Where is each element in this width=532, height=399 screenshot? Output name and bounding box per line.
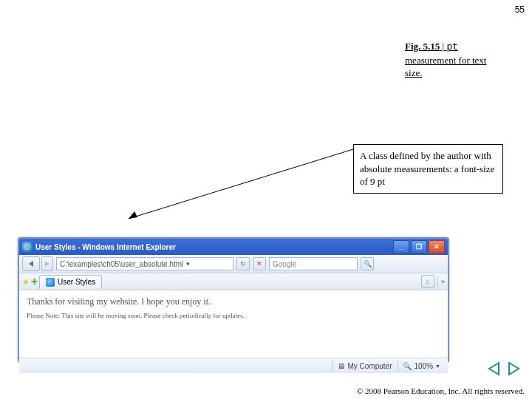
caption-fig: Fig. 5.15 [405,41,440,52]
stop-button[interactable]: ✕ [253,257,266,270]
back-button[interactable] [22,256,40,271]
prev-slide-button[interactable] [486,361,502,377]
svg-marker-4 [489,363,499,375]
search-icon: 🔍 [364,260,372,267]
svg-marker-1 [129,211,137,219]
content-line-2: Please Note: This site will be moving so… [27,312,440,319]
forward-button[interactable] [41,256,53,271]
titlebar: User Styles - Windows Internet Explorer … [19,239,448,255]
close-button[interactable]: ✕ [429,240,445,253]
next-slide-button[interactable] [505,361,522,377]
url-dropdown-icon: ▾ [186,260,190,267]
svg-marker-2 [29,261,33,267]
next-icon [506,361,521,376]
zoom-control[interactable]: 🔍 100% ▼ [398,360,445,372]
caption-rest: measurement for text size. [405,55,486,79]
search-field[interactable]: Google [269,257,358,270]
figure-caption: Fig. 5.15 | pt measurement for text size… [405,40,492,80]
tab-toolbar: ★ ✚ User Styles ⌂ » [19,273,448,290]
stop-icon: ✕ [256,260,262,267]
favorites-icon[interactable]: ★ [22,277,30,287]
slide-nav [486,361,522,377]
search-button[interactable]: 🔍 [361,257,374,270]
prev-icon [487,361,502,376]
caption-code: pt [446,41,458,52]
zone-label: My Computer [347,362,392,370]
zoom-value: 100% [414,362,433,370]
search-placeholder: Google [273,260,296,268]
maximize-button[interactable]: ❐ [411,240,427,253]
page-content: Thanks for visiting my website. I hope y… [19,290,448,358]
security-zone: 🖥 My Computer [332,360,396,372]
tab-label: User Styles [58,278,95,286]
toolbar-chevrons-icon[interactable]: » [441,278,445,285]
tab-favicon [46,278,55,287]
page-number: 55 [515,4,525,15]
callout-arrow [126,148,355,222]
back-icon [27,260,35,267]
svg-marker-5 [509,363,519,375]
window-title: User Styles - Windows Internet Explorer [35,243,393,251]
window-buttons: _ ❐ ✕ [393,240,445,253]
forward-icon [44,261,50,267]
status-bar: 🖥 My Computer 🔍 100% ▼ [19,358,448,373]
refresh-icon: ↻ [240,260,246,267]
home-icon: ⌂ [426,278,429,285]
computer-icon: 🖥 [338,362,345,370]
copyright: © 2008 Pearson Education, Inc. All right… [357,386,525,396]
tab[interactable]: User Styles [39,275,102,289]
refresh-button[interactable]: ↻ [236,257,250,270]
add-favorite-icon[interactable]: ✚ [31,277,38,287]
minimize-button[interactable]: _ [393,240,409,253]
url-field[interactable]: C:\examples\ch05\user_absolute.html ▾ [56,257,233,270]
callout-box: A class defined by the author with absol… [353,144,503,194]
url-text: C:\examples\ch05\user_absolute.html [60,260,183,268]
zoom-icon: 🔍 [403,362,412,370]
browser-window: User Styles - Windows Internet Explorer … [18,237,449,363]
home-button[interactable]: ⌂ [421,275,434,288]
content-line-1: Thanks for visiting my website. I hope y… [27,296,440,307]
address-bar: C:\examples\ch05\user_absolute.html ▾ ↻ … [19,255,448,273]
svg-marker-3 [45,262,50,266]
ie-icon [22,242,33,252]
svg-line-0 [129,149,353,219]
